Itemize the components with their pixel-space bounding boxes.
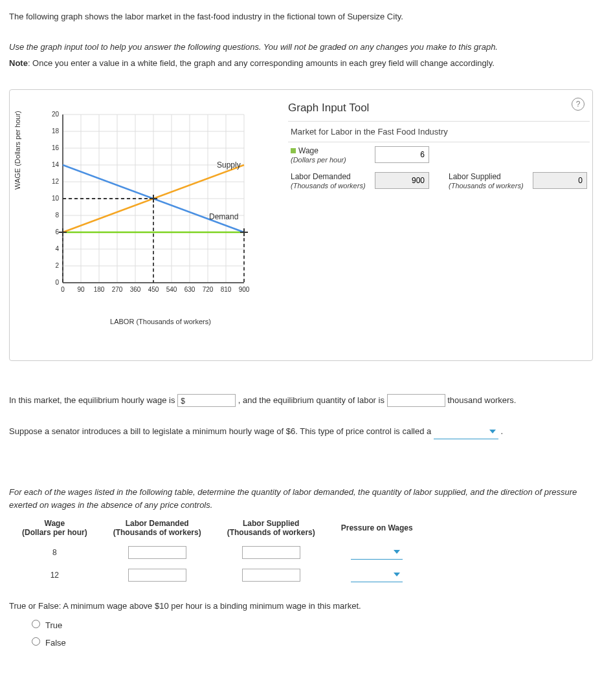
graph-panel: ? WAGE (Dollars per hour)	[9, 89, 593, 361]
svg-text:14: 14	[52, 161, 60, 168]
svg-text:630: 630	[184, 286, 195, 293]
ld-8-input[interactable]	[128, 546, 186, 559]
intro-1: The following graph shows the labor mark…	[9, 10, 593, 23]
ls-8-input[interactable]	[242, 546, 300, 559]
table-instructions: For each of the wages listed in the foll…	[9, 486, 593, 511]
wage-input[interactable]	[375, 146, 429, 163]
svg-text:20: 20	[52, 111, 60, 118]
pressure-12-dropdown[interactable]	[351, 567, 403, 582]
help-icon[interactable]: ?	[572, 98, 585, 111]
svg-text:450: 450	[148, 286, 159, 293]
svg-text:8: 8	[55, 212, 59, 219]
note-text: : Once you enter a value in a white fiel…	[28, 58, 495, 68]
svg-text:2: 2	[55, 262, 59, 269]
table-row: 12	[9, 563, 426, 586]
col-wage: Wage(Dollars per hour)	[9, 515, 100, 541]
wage-table: Wage(Dollars per hour) Labor Demanded(Th…	[9, 515, 426, 586]
svg-text:6: 6	[55, 228, 59, 235]
radio-true[interactable]	[32, 620, 40, 628]
col-supplied: Labor Supplied(Thousands of workers)	[214, 515, 328, 541]
ld-12-input[interactable]	[128, 569, 186, 582]
question-price-control: Suppose a senator introduces a bill to l…	[9, 424, 593, 439]
svg-text:12: 12	[52, 178, 60, 185]
equilibrium-wage-input[interactable]: $	[177, 394, 236, 407]
ls-12-input[interactable]	[242, 569, 300, 582]
table-row: 8	[9, 541, 426, 563]
radio-false[interactable]	[32, 637, 40, 646]
svg-text:0: 0	[61, 286, 65, 293]
labor-demanded-output	[375, 172, 429, 189]
question-equilibrium: In this market, the equilibrium hourly w…	[9, 394, 593, 408]
labor-supplied-label: Labor Supplied(Thousands of workers)	[449, 172, 526, 190]
supply-label: Supply	[217, 160, 241, 170]
intro-2: Use the graph input tool to help you ans…	[9, 41, 593, 54]
note: Note: Once you enter a value in a white …	[9, 57, 593, 70]
graph-input-tool: Graph Input Tool Market for Labor in the…	[280, 95, 597, 355]
equilibrium-qty-input[interactable]	[387, 394, 445, 407]
svg-text:4: 4	[55, 245, 59, 252]
svg-text:16: 16	[52, 144, 60, 151]
col-demanded: Labor Demanded(Thousands of workers)	[100, 515, 214, 541]
svg-text:0: 0	[55, 279, 59, 286]
price-control-dropdown[interactable]	[434, 424, 498, 439]
svg-text:10: 10	[52, 195, 60, 202]
note-label: Note	[9, 58, 28, 68]
svg-text:180: 180	[94, 286, 105, 293]
svg-text:18: 18	[52, 127, 60, 135]
question-true-false: True or False: A minimum wage above $10 …	[9, 600, 593, 613]
labor-demanded-label: Labor Demanded(Thousands of workers)	[291, 172, 368, 190]
labor-supplied-output	[533, 172, 587, 189]
pressure-8-dropdown[interactable]	[351, 545, 403, 560]
chart-area[interactable]: ? WAGE (Dollars per hour)	[15, 95, 280, 355]
label-false: False	[45, 638, 66, 648]
wage-marker-icon	[291, 148, 296, 153]
svg-text:720: 720	[203, 286, 214, 293]
col-pressure: Pressure on Wages	[328, 515, 426, 541]
svg-text:540: 540	[166, 286, 177, 293]
wage-label: Wage (Dollars per hour)	[291, 146, 368, 164]
x-axis-label: LABOR (Thousands of workers)	[15, 318, 280, 325]
svg-text:900: 900	[239, 286, 250, 293]
label-true: True	[45, 620, 62, 630]
svg-text:360: 360	[130, 286, 141, 293]
y-axis-label: WAGE (Dollars per hour)	[14, 111, 21, 190]
svg-text:810: 810	[221, 286, 232, 293]
svg-text:90: 90	[77, 286, 85, 293]
demand-label: Demand	[209, 212, 238, 221]
svg-text:270: 270	[112, 286, 123, 293]
tool-title: Graph Input Tool	[288, 102, 590, 115]
tool-section: Market for Labor in the Fast Food Indust…	[288, 121, 590, 142]
